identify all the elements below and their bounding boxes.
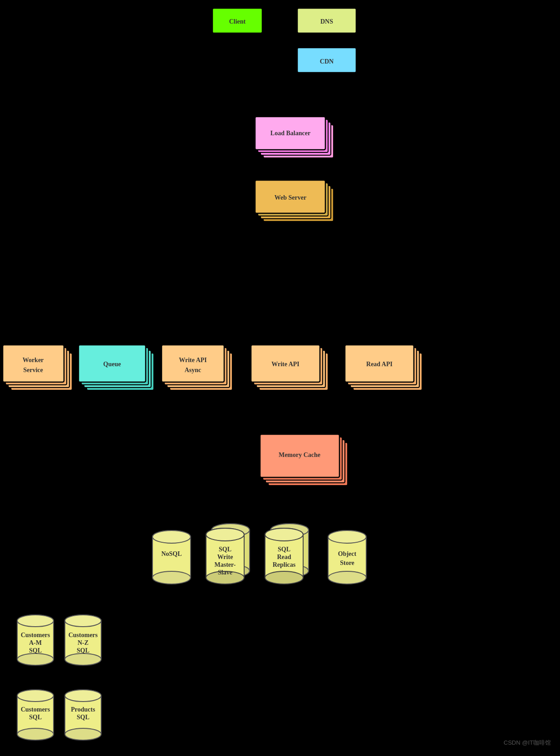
svg-point-99 xyxy=(17,690,54,702)
svg-text:Write: Write xyxy=(217,554,233,560)
svg-text:SQL: SQL xyxy=(77,714,89,721)
svg-point-105 xyxy=(65,690,101,702)
svg-point-78 xyxy=(328,571,366,584)
customers-nz-sql-db: Customers N-Z SQL xyxy=(65,615,101,665)
svg-rect-30 xyxy=(162,345,224,382)
svg-text:Store: Store xyxy=(340,560,354,566)
svg-text:SQL: SQL xyxy=(29,714,42,721)
svg-point-50 xyxy=(152,571,191,584)
svg-text:Memory Cache: Memory Cache xyxy=(279,452,320,458)
svg-text:NoSQL: NoSQL xyxy=(161,550,182,557)
svg-text:SQL: SQL xyxy=(278,546,290,553)
svg-text:SQL: SQL xyxy=(29,647,42,654)
svg-text:Read: Read xyxy=(277,554,291,560)
svg-text:Customers: Customers xyxy=(21,706,50,713)
svg-text:N-Z: N-Z xyxy=(78,639,88,646)
svg-point-98 xyxy=(17,728,54,740)
svg-point-84 xyxy=(17,653,54,665)
products-sql-db: Products SQL xyxy=(65,690,101,740)
svg-point-92 xyxy=(65,615,101,627)
svg-text:Worker: Worker xyxy=(23,357,44,363)
svg-text:Write API: Write API xyxy=(179,357,207,363)
svg-text:Object: Object xyxy=(338,550,357,557)
svg-point-104 xyxy=(65,728,101,740)
svg-text:Load Balancer: Load Balancer xyxy=(270,130,310,137)
svg-point-79 xyxy=(328,530,366,543)
svg-point-72 xyxy=(265,528,303,541)
svg-text:Queue: Queue xyxy=(103,361,121,368)
svg-text:SQL: SQL xyxy=(77,647,89,654)
object-store-db: Object Store xyxy=(328,530,366,584)
svg-point-51 xyxy=(152,530,191,543)
svg-text:DNS: DNS xyxy=(320,18,333,25)
svg-text:Write API: Write API xyxy=(271,361,300,368)
svg-text:SQL: SQL xyxy=(219,546,231,553)
svg-text:Slave: Slave xyxy=(218,569,232,576)
customers-sql-db: Customers SQL xyxy=(17,690,54,740)
watermark: CSDN @IT咖啡馆 xyxy=(504,739,551,747)
svg-point-71 xyxy=(265,571,303,584)
customers-am-sql-db: Customers A-M SQL xyxy=(17,615,54,665)
svg-text:Client: Client xyxy=(229,18,246,25)
svg-text:CDN: CDN xyxy=(320,58,334,65)
nosql-db: NoSQL xyxy=(152,530,191,584)
svg-text:Async: Async xyxy=(185,367,201,373)
sql-write-master-db: SQL Write Master- Slave xyxy=(206,524,250,584)
svg-text:Read API: Read API xyxy=(366,361,393,368)
svg-text:Web Server: Web Server xyxy=(275,194,306,201)
svg-text:A-M: A-M xyxy=(29,639,42,646)
sql-read-replicas-db: SQL Read Replicas xyxy=(265,524,309,584)
svg-point-91 xyxy=(65,653,101,665)
svg-point-60 xyxy=(206,528,244,541)
svg-text:Customers: Customers xyxy=(69,632,98,638)
svg-text:Customers: Customers xyxy=(21,632,50,638)
svg-text:Service: Service xyxy=(23,367,43,373)
svg-text:Products: Products xyxy=(71,706,95,713)
svg-text:Master-: Master- xyxy=(215,561,236,568)
diagram-svg: Client DNS CDN Load Balancer Web Server … xyxy=(0,0,560,756)
svg-text:Replicas: Replicas xyxy=(273,561,296,568)
svg-point-85 xyxy=(17,615,54,627)
svg-rect-19 xyxy=(3,345,64,382)
